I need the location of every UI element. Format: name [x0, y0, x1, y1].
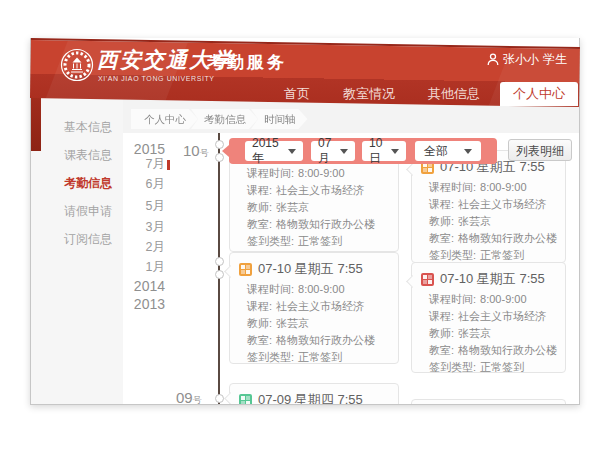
sidebar-item-leave-request[interactable]: 请假申请: [31, 197, 123, 225]
breadcrumb-attendance-info[interactable]: 考勤信息: [191, 109, 258, 129]
timeline-month-7[interactable]: 7月: [123, 156, 165, 173]
top-nav: 首页 教室情况 其他信息 个人中心: [264, 82, 578, 106]
timeline-axis-line: [218, 133, 220, 404]
timeline-node[interactable]: [215, 257, 224, 266]
attendance-card[interactable]: [411, 399, 566, 404]
breadcrumb: 个人中心 考勤信息 时间轴: [131, 109, 308, 129]
tab-other-info[interactable]: 其他信息: [415, 82, 493, 106]
attendance-card[interactable]: 07-10 星期五 7:55 课程时间:8:00-9:00 课程:社会主义市场经…: [411, 150, 566, 263]
breadcrumb-personal-center[interactable]: 个人中心: [131, 109, 198, 129]
month-dropdown[interactable]: 07月: [311, 141, 355, 161]
timeline-day-10[interactable]: 10号: [183, 142, 209, 160]
year-dropdown[interactable]: 2015年: [245, 141, 303, 161]
current-month-marker: [167, 160, 170, 170]
chevron-down-icon: [464, 149, 472, 154]
timeline-year-2013[interactable]: 2013: [123, 296, 165, 312]
timeline-year-2014[interactable]: 2014: [123, 278, 165, 294]
user-role: 学生: [543, 51, 567, 68]
timeline-month-3[interactable]: 3月: [123, 219, 165, 236]
sidebar: 基本信息 课表信息 考勤信息 请假申请 订阅信息: [31, 96, 123, 404]
chevron-down-icon: [288, 149, 296, 154]
day-dropdown[interactable]: 10日: [362, 141, 406, 161]
chevron-down-icon: [391, 149, 399, 154]
date-filter-bubble: 2015年 07月 10日 全部: [229, 138, 497, 164]
attendance-card[interactable]: 07-10 星期五 7:55 课程时间:8:00-9:00 课程:社会主义市场经…: [411, 262, 566, 373]
attendance-card[interactable]: 07-09 星期四 7:55: [229, 383, 399, 404]
chevron-down-icon: [340, 149, 348, 154]
ribbon-fold-tail: [31, 96, 41, 151]
timeline-day-09[interactable]: 09号: [176, 389, 202, 404]
sidebar-item-basic-info[interactable]: 基本信息: [31, 113, 123, 141]
timeline-node[interactable]: [215, 394, 224, 403]
timeline-panel: 2015 7月 6月 5月 3月 2月 1月 2014 2013 10号 09号…: [123, 133, 579, 404]
timeline-month-5[interactable]: 5月: [123, 198, 165, 215]
bubble-arrow: [222, 145, 229, 157]
list-detail-button[interactable]: 列表明细: [508, 139, 572, 161]
app-window: 西安交通大学 XI'AN JIAO TONG UNIVERSITY 考勤服务 张…: [30, 38, 580, 405]
calendar-icon: [239, 263, 252, 276]
tab-classrooms[interactable]: 教室情况: [330, 82, 408, 106]
timeline-node[interactable]: [215, 270, 224, 279]
sidebar-item-attendance-info[interactable]: 考勤信息: [31, 169, 123, 197]
type-dropdown[interactable]: 全部: [415, 141, 481, 161]
card-date: 07-10 星期五 7:55: [440, 270, 545, 288]
timeline-month-1[interactable]: 1月: [123, 259, 165, 276]
ribbon-stripe: [43, 38, 189, 107]
sidebar-item-schedule-info[interactable]: 课表信息: [31, 141, 123, 169]
tab-personal-center[interactable]: 个人中心: [500, 82, 578, 106]
card-date: 07-09 星期四 7:55: [258, 391, 363, 404]
user-info[interactable]: 张小小 学生: [487, 51, 567, 68]
timeline-month-6[interactable]: 6月: [123, 176, 165, 193]
timeline-month-2[interactable]: 2月: [123, 239, 165, 256]
calendar-icon: [239, 394, 252, 405]
user-icon: [487, 53, 499, 66]
calendar-icon: [421, 273, 434, 286]
tab-home[interactable]: 首页: [271, 82, 323, 106]
breadcrumb-timeline[interactable]: 时间轴: [251, 109, 308, 129]
card-date: 07-10 星期五 7:55: [258, 260, 363, 278]
sidebar-item-subscription-info[interactable]: 订阅信息: [31, 225, 123, 253]
timeline-year-2015[interactable]: 2015: [123, 141, 165, 157]
attendance-card[interactable]: 07-10 星期五 7:55 课程时间:8:00-9:00 课程:社会主义市场经…: [229, 252, 399, 364]
user-name: 张小小: [503, 51, 539, 68]
